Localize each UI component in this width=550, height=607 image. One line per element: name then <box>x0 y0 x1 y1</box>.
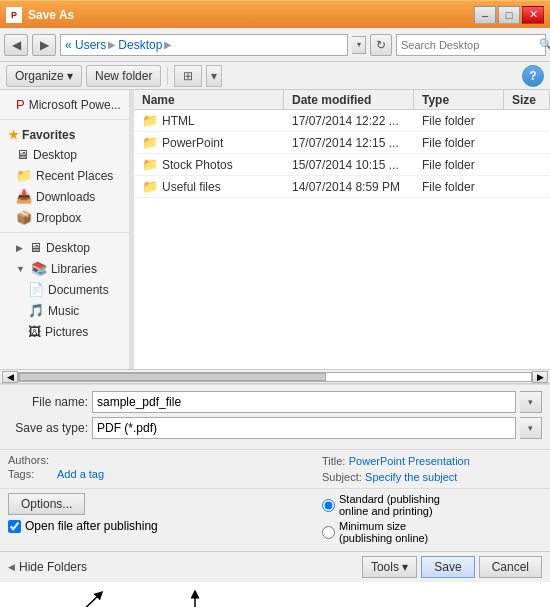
sidebar-item-downloads[interactable]: 📥 Downloads <box>0 186 129 207</box>
sidebar-item-pictures[interactable]: 🖼 Pictures <box>0 321 129 342</box>
tags-label: Tags: <box>8 468 53 480</box>
file-list[interactable]: Name Date modified Type Size 📁 HTML 17/0… <box>134 90 550 369</box>
search-input[interactable] <box>401 39 539 51</box>
back-button[interactable]: ◀ <box>4 34 28 56</box>
breadcrumb-users[interactable]: « Users <box>65 38 106 52</box>
col-header-name[interactable]: Name <box>134 90 284 109</box>
sidebar-documents-label: Documents <box>48 283 109 297</box>
sidebar-item-music[interactable]: 🎵 Music <box>0 300 129 321</box>
title-value[interactable]: PowerPoint Presentation <box>349 455 470 467</box>
help-icon: ? <box>529 69 536 83</box>
cancel-button[interactable]: Cancel <box>479 556 542 578</box>
toolbar-separator <box>167 67 168 85</box>
tools-button[interactable]: Tools ▾ <box>362 556 417 578</box>
table-row[interactable]: 📁 Stock Photos 15/07/2014 10:15 ... File… <box>134 154 550 176</box>
add-tag-link[interactable]: Add a tag <box>57 468 104 480</box>
view-icon: ⊞ <box>183 69 193 83</box>
sidebar: P Microsoft Powe... ★ Favorites 🖥 Deskto… <box>0 90 130 369</box>
folder-icon: 📁 <box>142 113 158 128</box>
col-header-type[interactable]: Type <box>414 90 504 109</box>
svg-line-0 <box>55 594 100 607</box>
col-header-date[interactable]: Date modified <box>284 90 414 109</box>
view-button[interactable]: ⊞ <box>174 65 202 87</box>
save-type-display[interactable]: PDF (*.pdf) <box>92 417 516 439</box>
refresh-button[interactable]: ↻ <box>370 34 392 56</box>
sidebar-item-dropbox[interactable]: 📦 Dropbox <box>0 207 129 228</box>
save-as-type-label: Save as type: <box>8 421 88 435</box>
file-size-cell <box>504 176 550 197</box>
file-size-cell <box>504 154 550 175</box>
options-area: Options... Open file after publishing St… <box>0 488 550 551</box>
breadcrumb-sep2: ▶ <box>164 39 172 50</box>
tags-row: Tags: Add a tag <box>8 468 322 480</box>
breadcrumb[interactable]: « Users ▶ Desktop ▶ <box>60 34 348 56</box>
file-type-cell: File folder <box>414 176 504 197</box>
app-icon: P <box>6 7 22 23</box>
breadcrumb-desktop[interactable]: Desktop <box>118 38 162 52</box>
file-type-cell: File folder <box>414 154 504 175</box>
title-row: Title: PowerPoint Presentation <box>322 454 542 468</box>
hide-folders-control[interactable]: ◀ Hide Folders <box>8 560 87 574</box>
organize-button[interactable]: Organize ▾ <box>6 65 82 87</box>
save-button[interactable]: Save <box>421 556 474 578</box>
new-folder-button[interactable]: New folder <box>86 65 161 87</box>
documents-icon: 📄 <box>28 282 44 297</box>
save-type-dropdown[interactable]: ▾ <box>520 417 542 439</box>
sidebar-libraries-label: Libraries <box>51 262 97 276</box>
open-file-checkbox[interactable] <box>8 520 21 533</box>
organize-label: Organize ▾ <box>15 69 73 83</box>
file-list-header: Name Date modified Type Size <box>134 90 550 110</box>
radio-standard[interactable] <box>322 499 335 512</box>
search-box: 🔍 <box>396 34 546 56</box>
scroll-right-btn[interactable]: ▶ <box>532 371 548 383</box>
footer: ◀ Hide Folders Tools ▾ Save Cancel <box>0 551 550 582</box>
dropbox-icon: 📦 <box>16 210 32 225</box>
new-folder-label: New folder <box>95 69 152 83</box>
options-button[interactable]: Options... <box>8 493 85 515</box>
subject-label: Subject: <box>322 471 362 483</box>
maximize-button[interactable]: □ <box>498 6 520 24</box>
file-size-cell <box>504 110 550 131</box>
hide-folders-arrow-icon: ◀ <box>8 562 15 572</box>
sidebar-downloads-label: Downloads <box>36 190 95 204</box>
sidebar-divider-2 <box>0 232 129 233</box>
file-name-cell: 📁 HTML <box>134 110 284 131</box>
window-title: Save As <box>28 8 74 22</box>
music-icon: 🎵 <box>28 303 44 318</box>
radio-minimum[interactable] <box>322 526 335 539</box>
sidebar-item-desktop[interactable]: 🖥 Desktop <box>0 144 129 165</box>
help-button[interactable]: ? <box>522 65 544 87</box>
scroll-track[interactable] <box>18 372 532 382</box>
table-row[interactable]: 📁 HTML 17/07/2014 12:22 ... File folder <box>134 110 550 132</box>
sidebar-powerpnt-label: Microsoft Powe... <box>29 98 121 112</box>
expand-icon: ▶ <box>16 243 23 253</box>
sidebar-item-powerpnt[interactable]: P Microsoft Powe... <box>0 94 129 115</box>
col-header-size[interactable]: Size <box>504 90 550 109</box>
sidebar-item-documents[interactable]: 📄 Documents <box>0 279 129 300</box>
right-metadata: Title: PowerPoint Presentation Subject: … <box>322 454 542 484</box>
file-name-label: File name: <box>8 395 88 409</box>
close-button[interactable]: ✕ <box>522 6 544 24</box>
file-type-cell: File folder <box>414 110 504 131</box>
table-row[interactable]: 📁 Useful files 14/07/2014 8:59 PM File f… <box>134 176 550 198</box>
view-dropdown[interactable]: ▾ <box>206 65 222 87</box>
sidebar-favorites-header[interactable]: ★ Favorites <box>0 124 129 144</box>
scroll-left-btn[interactable]: ◀ <box>2 371 18 383</box>
scroll-thumb[interactable] <box>19 373 326 381</box>
sidebar-item-recent[interactable]: 📁 Recent Places <box>0 165 129 186</box>
powerpnt-icon: P <box>16 97 25 112</box>
sidebar-dropbox-label: Dropbox <box>36 211 81 225</box>
authors-row: Authors: <box>8 454 322 466</box>
sidebar-desktop-group-label: Desktop <box>46 241 90 255</box>
breadcrumb-dropdown[interactable]: ▾ <box>352 36 366 54</box>
table-row[interactable]: 📁 PowerPoint 17/07/2014 12:15 ... File f… <box>134 132 550 154</box>
sidebar-desktop-group[interactable]: ▶ 🖥 Desktop <box>0 237 129 258</box>
footer-actions: Tools ▾ Save Cancel <box>362 556 542 578</box>
horizontal-scrollbar[interactable]: ◀ ▶ <box>0 370 550 384</box>
minimize-button[interactable]: – <box>474 6 496 24</box>
file-name-dropdown[interactable]: ▾ <box>520 391 542 413</box>
forward-button[interactable]: ▶ <box>32 34 56 56</box>
subject-value[interactable]: Specify the subject <box>365 471 457 483</box>
sidebar-item-libraries[interactable]: ▼ 📚 Libraries <box>0 258 129 279</box>
file-name-input[interactable] <box>92 391 516 413</box>
